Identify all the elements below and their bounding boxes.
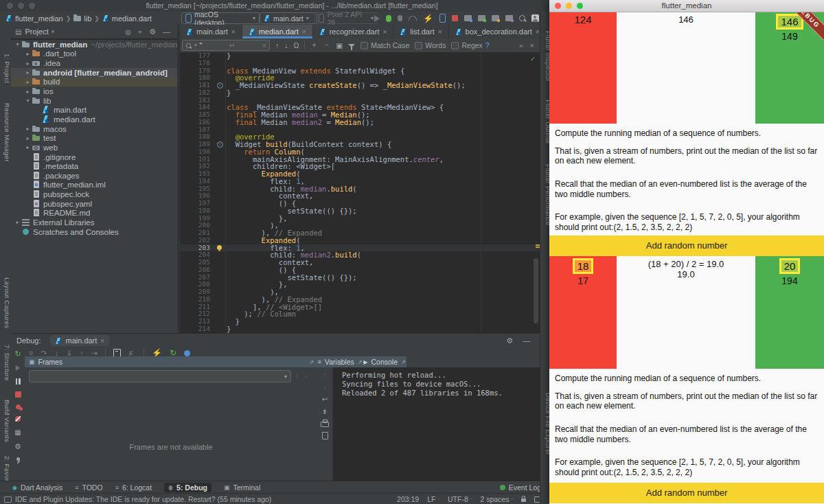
soft-wrap-icon[interactable]: ↩ (321, 396, 329, 403)
profiler-button[interactable] (409, 16, 417, 21)
select-all-occurrences-icon[interactable]: Ω (294, 41, 299, 49)
close-find-icon[interactable]: × (530, 41, 534, 49)
breadcrumb-file[interactable]: median.dart (112, 14, 152, 23)
line-number[interactable]: 190 (180, 148, 214, 156)
hot-reload-button[interactable]: ⚡ (423, 15, 433, 22)
scroll-up-icon[interactable]: ↑ (323, 371, 327, 378)
collapse-all-icon[interactable]: ÷ (138, 27, 142, 36)
tab-main-dart[interactable]: main.dart× (180, 25, 242, 38)
caret-position[interactable]: 203:19 (397, 495, 419, 503)
tab-box-decoration-dart[interactable]: box_decoration.dart× (449, 25, 547, 38)
gear-icon[interactable]: ⚙ (149, 28, 156, 36)
toolwindow-debug[interactable]: 5: Debug (164, 483, 211, 492)
restore-layout-icon[interactable]: ▦ (14, 428, 21, 436)
match-case-option[interactable]: Match Case (360, 41, 409, 49)
encoding-selector[interactable]: UTF-8 ˇ (448, 495, 472, 503)
breadcrumb-lib[interactable]: lib (84, 14, 91, 23)
toolwindow-terminal[interactable]: ▣ Terminal (224, 483, 260, 492)
code-editor[interactable]: 177}178179class MedianView extends State… (180, 52, 540, 333)
toolwindow-logcat[interactable]: ≡ 6: Logcat (115, 483, 152, 492)
expand-chevron-icon[interactable]: ▸ (24, 126, 32, 132)
tree-item-pubspec-yaml[interactable]: pubspec.yaml (11, 199, 177, 209)
line-number[interactable]: 194 (180, 178, 214, 185)
inspection-status-icon[interactable]: ✓ (530, 55, 536, 62)
tab-variables[interactable]: ≡ Variables ↗ (317, 356, 363, 367)
expand-chevron-icon[interactable]: ▸ (24, 135, 32, 141)
gear-icon[interactable]: ⚙ (506, 337, 513, 345)
tree-item-ios[interactable]: ▸ios (11, 87, 177, 96)
thread-selector[interactable]: ▾ (29, 370, 291, 382)
close-icon[interactable]: × (536, 28, 540, 36)
hide-panel-icon[interactable]: — (523, 336, 530, 345)
minimize-window-icon[interactable] (18, 3, 24, 9)
search-everywhere-icon[interactable] (519, 15, 525, 21)
tab-list-dart[interactable]: list.dart× (393, 25, 448, 38)
gear-icon[interactable]: ⚙ (14, 443, 21, 450)
line-number[interactable]: 186 (180, 119, 214, 126)
expand-chevron-icon[interactable]: ▸ (24, 89, 32, 95)
add-random-number-button-1[interactable]: Add random number (549, 236, 824, 256)
tab-console[interactable]: ▶ Console ↗ (363, 356, 407, 367)
hide-panel-icon[interactable]: — (163, 27, 170, 36)
device-button[interactable] (439, 14, 446, 23)
expand-chevron-icon[interactable]: ▸ (24, 79, 32, 85)
add-random-number-button-2[interactable]: Add random number (549, 483, 824, 503)
rerun-icon[interactable]: ↻ (14, 350, 21, 358)
sidebar-item-layout-captures[interactable]: Layout Captures (0, 277, 11, 328)
line-number[interactable]: 178 (180, 60, 214, 67)
tree-item-flutter-median[interactable]: ▾flutter_median ~/projects/flutter_media… (11, 40, 177, 49)
next-occurrence-icon[interactable]: ↓ (284, 41, 288, 49)
tree-item-build[interactable]: ▸build (11, 78, 177, 87)
code-line-186[interactable]: 186 final Median median2 = Median(); (180, 119, 540, 126)
regex-help-link[interactable]: ? (485, 41, 490, 49)
line-number[interactable]: 206 (180, 266, 214, 274)
stop-button[interactable] (452, 15, 458, 21)
close-icon[interactable]: × (100, 337, 104, 345)
filter-icon[interactable] (348, 44, 355, 47)
line-number[interactable]: 198 (180, 207, 214, 215)
expand-chevron-icon[interactable]: ▾ (14, 41, 21, 47)
project-structure-button[interactable] (464, 15, 472, 21)
tree-item-metadata[interactable]: .metadata (11, 161, 177, 171)
tree-item-idea[interactable]: ▸.idea (11, 58, 177, 68)
view-breakpoints-icon[interactable] (16, 404, 21, 409)
float-pane-icon[interactable]: ↗ (309, 359, 317, 365)
sidebar-item-resource-manager[interactable]: Resource Manager (0, 103, 11, 162)
line-number[interactable]: 214 (180, 325, 214, 333)
clear-console-icon[interactable] (322, 433, 328, 439)
line-ending-selector[interactable]: LF ˇ (427, 495, 439, 503)
attach-debugger-button[interactable] (398, 15, 402, 21)
status-message[interactable]: IDE and Plugin Updates: The IDE is ready… (15, 495, 271, 503)
close-icon[interactable]: × (438, 28, 442, 36)
run-config-selector[interactable]: main.dart▾ (260, 12, 317, 24)
pin-icon[interactable] (16, 457, 20, 461)
mute-breakpoints-icon[interactable] (15, 416, 21, 422)
line-number[interactable]: 182 (180, 89, 214, 97)
regex-option[interactable]: Regex ? (451, 41, 489, 49)
avd-selector[interactable]: Pixel 2 API 28▾ (314, 12, 378, 24)
tree-item-dart-tool[interactable]: ▸.dart_tool (11, 49, 177, 59)
more-options-icon[interactable]: » (519, 41, 523, 49)
frame-down-icon[interactable]: ↓ (304, 371, 308, 379)
tree-item-flutter-median-iml[interactable]: flutter_median.iml (11, 181, 177, 190)
debug-button[interactable] (386, 15, 391, 22)
debug-session-tab[interactable]: main.dart × (50, 335, 109, 346)
editor-scrollbar[interactable] (534, 258, 538, 323)
sdk-manager-button[interactable] (492, 15, 499, 21)
user-avatar[interactable] (531, 14, 539, 22)
locate-file-icon[interactable]: ◎ (125, 28, 131, 36)
avd-manager-button[interactable] (478, 15, 485, 21)
tree-item-scratches-and-consoles[interactable]: Scratches and Consoles (11, 227, 177, 237)
device-selector[interactable]: macOS (desktop)▾ (181, 12, 260, 24)
prev-occurrence-icon[interactable]: ↑ (275, 41, 279, 49)
tree-item-test[interactable]: ▸test (11, 133, 177, 143)
toolwindow-dart-analysis[interactable]: ◆ Dart Analysis (12, 483, 62, 492)
words-option[interactable]: Words (415, 41, 446, 49)
frames-pane-header[interactable]: ▣ Frames ↗ (25, 356, 317, 367)
tree-item-packages[interactable]: .packages (11, 171, 177, 181)
expand-chevron-icon[interactable]: ▸ (24, 144, 32, 150)
tab-median-dart[interactable]: median.dart× (242, 25, 313, 38)
close-icon[interactable]: × (382, 28, 387, 36)
code-line-181[interactable]: 181 _MedianViewState createState() => _M… (180, 82, 540, 89)
scroll-to-end-icon[interactable]: ⇟ (321, 408, 329, 415)
